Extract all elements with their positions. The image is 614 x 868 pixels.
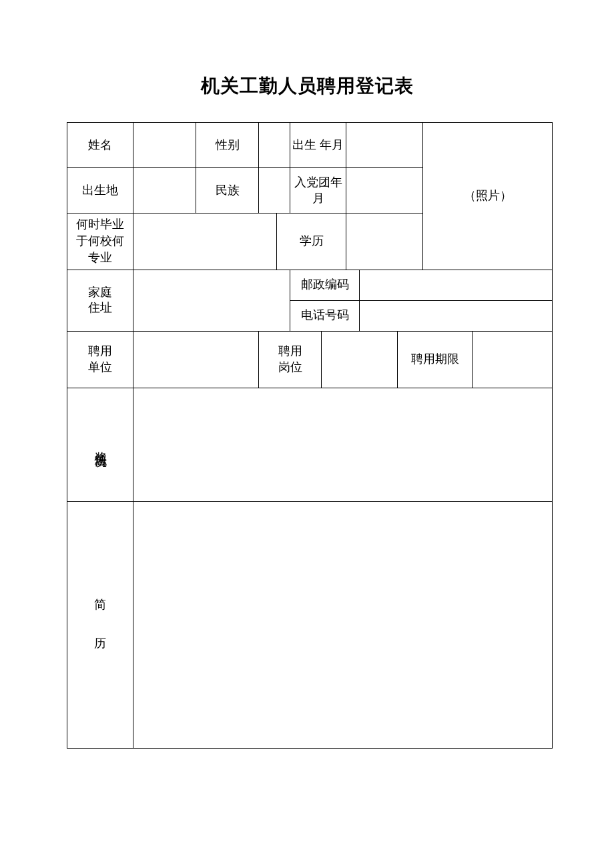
label-resume: 简 历: [67, 501, 133, 748]
label-employer-l2: 单位: [88, 360, 112, 374]
value-phone: [360, 300, 553, 331]
label-term: 聘用期限: [398, 331, 473, 388]
label-education: 学历: [277, 213, 346, 270]
label-party-date: 入党团年 月: [290, 168, 346, 213]
label-position: 聘用 岗位: [259, 331, 322, 388]
label-employer-l1: 聘用: [88, 344, 112, 358]
label-resume-l1: 简: [94, 598, 106, 611]
value-postcode: [360, 270, 553, 300]
label-resume-l2: 历: [94, 636, 106, 650]
value-gender: [259, 123, 290, 168]
value-term: [473, 331, 553, 388]
label-birthplace: 出生地: [67, 168, 133, 213]
value-birth: [346, 123, 423, 168]
label-graduation: 何时毕业 于何校何 专业: [67, 213, 133, 270]
label-position-l2: 岗位: [278, 360, 302, 374]
registration-form-table: 姓名 性别 出生 年月 （照片） 出生地 民族 入党团年 月 何时毕业 于何校何…: [67, 122, 553, 749]
value-ethnicity: [259, 168, 290, 213]
label-home-address-l1: 家庭: [88, 286, 112, 299]
value-birthplace: [133, 168, 196, 213]
value-home-address: [133, 270, 290, 331]
value-awards: [133, 388, 553, 501]
page-title: 机关工勤人员聘用登记表: [67, 73, 547, 99]
value-employer: [133, 331, 259, 388]
label-birth: 出生 年月: [290, 123, 346, 168]
value-position: [322, 331, 398, 388]
label-position-l1: 聘用: [278, 344, 302, 358]
value-name: [133, 123, 196, 168]
label-home-address-l2: 住址: [88, 301, 112, 314]
label-employer: 聘用 单位: [67, 331, 133, 388]
value-graduation: [133, 213, 277, 270]
label-awards-text: 奖惩情况: [92, 442, 107, 448]
photo-placeholder: （照片）: [423, 123, 553, 270]
label-home-address: 家庭 住址: [67, 270, 133, 331]
value-party-date: [346, 168, 423, 213]
label-name: 姓名: [67, 123, 133, 168]
label-awards: 奖惩情况: [67, 388, 133, 501]
label-ethnicity: 民族: [196, 168, 259, 213]
label-postcode: 邮政编码: [290, 270, 360, 300]
value-resume: [133, 501, 553, 748]
value-education: [346, 213, 423, 270]
label-gender: 性别: [196, 123, 259, 168]
label-phone: 电话号码: [290, 300, 360, 331]
